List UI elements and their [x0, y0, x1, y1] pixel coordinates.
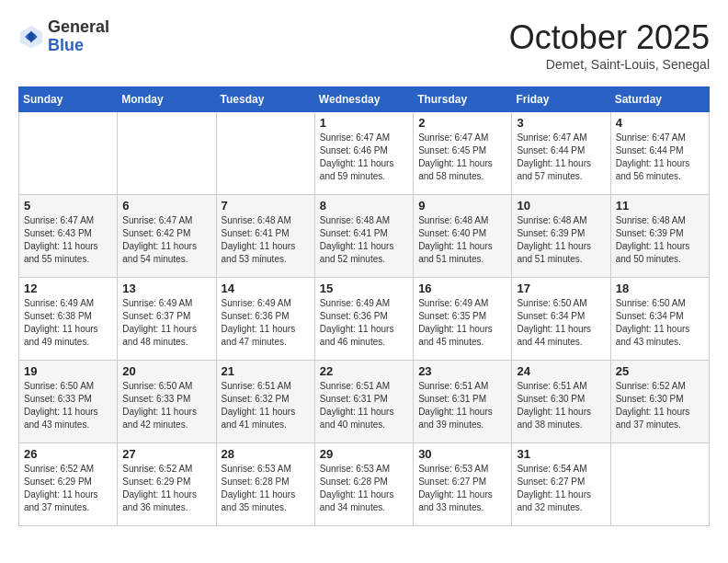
calendar-cell: 22Sunrise: 6:51 AM Sunset: 6:31 PM Dayli… — [314, 361, 413, 443]
day-info: Sunrise: 6:53 AM Sunset: 6:28 PM Dayligh… — [320, 463, 408, 514]
day-info: Sunrise: 6:48 AM Sunset: 6:41 PM Dayligh… — [222, 214, 310, 266]
calendar-cell: 1Sunrise: 6:47 AM Sunset: 6:46 PM Daylig… — [314, 112, 413, 195]
day-number: 4 — [616, 116, 704, 130]
calendar-cell — [610, 443, 709, 526]
calendar-cell: 4Sunrise: 6:47 AM Sunset: 6:44 PM Daylig… — [610, 112, 709, 195]
day-info: Sunrise: 6:49 AM Sunset: 6:38 PM Dayligh… — [24, 297, 112, 349]
day-info: Sunrise: 6:52 AM Sunset: 6:30 PM Dayligh… — [616, 380, 704, 431]
day-number: 6 — [122, 199, 210, 213]
weekday-row: SundayMondayTuesdayWednesdayThursdayFrid… — [19, 87, 710, 112]
day-info: Sunrise: 6:47 AM Sunset: 6:44 PM Dayligh… — [517, 132, 605, 183]
weekday-header: Monday — [118, 87, 216, 112]
day-info: Sunrise: 6:51 AM Sunset: 6:31 PM Dayligh… — [320, 380, 408, 431]
day-number: 10 — [517, 199, 605, 213]
day-info: Sunrise: 6:49 AM Sunset: 6:36 PM Dayligh… — [320, 297, 408, 349]
day-info: Sunrise: 6:51 AM Sunset: 6:32 PM Dayligh… — [222, 380, 310, 431]
location: Demet, Saint-Louis, Senegal — [509, 57, 710, 72]
weekday-header: Saturday — [610, 87, 709, 112]
calendar-week-row: 12Sunrise: 6:49 AM Sunset: 6:38 PM Dayli… — [19, 278, 710, 361]
calendar-cell: 30Sunrise: 6:53 AM Sunset: 6:27 PM Dayli… — [414, 443, 512, 526]
day-number: 25 — [616, 364, 704, 378]
calendar-cell: 2Sunrise: 6:47 AM Sunset: 6:45 PM Daylig… — [414, 112, 512, 195]
calendar-cell: 15Sunrise: 6:49 AM Sunset: 6:36 PM Dayli… — [314, 278, 413, 361]
weekday-header: Friday — [512, 87, 610, 112]
calendar-cell: 16Sunrise: 6:49 AM Sunset: 6:35 PM Dayli… — [414, 278, 512, 361]
day-number: 15 — [320, 282, 408, 295]
calendar-cell — [118, 112, 216, 195]
day-info: Sunrise: 6:48 AM Sunset: 6:39 PM Dayligh… — [517, 214, 605, 266]
calendar-header: SundayMondayTuesdayWednesdayThursdayFrid… — [19, 87, 710, 112]
day-number: 9 — [418, 199, 506, 213]
title-block: October 2025 Demet, Saint-Louis, Senegal — [509, 18, 710, 72]
calendar-cell: 10Sunrise: 6:48 AM Sunset: 6:39 PM Dayli… — [512, 195, 610, 278]
day-info: Sunrise: 6:50 AM Sunset: 6:33 PM Dayligh… — [122, 380, 210, 431]
calendar-week-row: 19Sunrise: 6:50 AM Sunset: 6:33 PM Dayli… — [19, 361, 710, 443]
page-header: General Blue October 2025 Demet, Saint-L… — [18, 18, 710, 72]
calendar-cell: 29Sunrise: 6:53 AM Sunset: 6:28 PM Dayli… — [314, 443, 413, 526]
day-info: Sunrise: 6:50 AM Sunset: 6:34 PM Dayligh… — [517, 297, 605, 349]
day-number: 20 — [122, 364, 210, 378]
day-number: 3 — [517, 116, 605, 130]
calendar-cell: 13Sunrise: 6:49 AM Sunset: 6:37 PM Dayli… — [118, 278, 216, 361]
day-number: 21 — [222, 364, 310, 378]
day-number: 7 — [222, 199, 310, 213]
day-info: Sunrise: 6:50 AM Sunset: 6:33 PM Dayligh… — [24, 380, 112, 431]
calendar-cell: 21Sunrise: 6:51 AM Sunset: 6:32 PM Dayli… — [216, 361, 314, 443]
calendar-cell: 9Sunrise: 6:48 AM Sunset: 6:40 PM Daylig… — [414, 195, 512, 278]
day-number: 23 — [418, 364, 506, 378]
calendar-cell: 7Sunrise: 6:48 AM Sunset: 6:41 PM Daylig… — [216, 195, 314, 278]
day-number: 1 — [320, 116, 408, 130]
calendar-cell: 5Sunrise: 6:47 AM Sunset: 6:43 PM Daylig… — [19, 195, 118, 278]
logo-icon — [18, 24, 44, 50]
day-info: Sunrise: 6:53 AM Sunset: 6:28 PM Dayligh… — [222, 463, 310, 514]
day-number: 30 — [418, 447, 506, 461]
weekday-header: Thursday — [414, 87, 512, 112]
day-info: Sunrise: 6:49 AM Sunset: 6:35 PM Dayligh… — [418, 297, 506, 349]
weekday-header: Wednesday — [314, 87, 413, 112]
day-info: Sunrise: 6:52 AM Sunset: 6:29 PM Dayligh… — [24, 463, 112, 514]
logo: General Blue — [18, 18, 109, 55]
day-number: 24 — [517, 364, 605, 378]
day-number: 28 — [222, 447, 310, 461]
calendar-week-row: 1Sunrise: 6:47 AM Sunset: 6:46 PM Daylig… — [19, 112, 710, 195]
calendar-cell: 3Sunrise: 6:47 AM Sunset: 6:44 PM Daylig… — [512, 112, 610, 195]
day-info: Sunrise: 6:49 AM Sunset: 6:37 PM Dayligh… — [122, 297, 210, 349]
day-number: 12 — [24, 282, 112, 295]
weekday-header: Tuesday — [216, 87, 314, 112]
day-info: Sunrise: 6:51 AM Sunset: 6:30 PM Dayligh… — [517, 380, 605, 431]
day-info: Sunrise: 6:50 AM Sunset: 6:34 PM Dayligh… — [616, 297, 704, 349]
calendar-cell: 18Sunrise: 6:50 AM Sunset: 6:34 PM Dayli… — [610, 278, 709, 361]
day-info: Sunrise: 6:49 AM Sunset: 6:36 PM Dayligh… — [222, 297, 310, 349]
month-title: October 2025 — [509, 18, 710, 57]
day-number: 31 — [517, 447, 605, 461]
day-number: 18 — [616, 282, 704, 295]
day-number: 8 — [320, 199, 408, 213]
day-number: 19 — [24, 364, 112, 378]
day-number: 16 — [418, 282, 506, 295]
day-info: Sunrise: 6:47 AM Sunset: 6:43 PM Dayligh… — [24, 214, 112, 266]
calendar-cell: 14Sunrise: 6:49 AM Sunset: 6:36 PM Dayli… — [216, 278, 314, 361]
day-info: Sunrise: 6:47 AM Sunset: 6:44 PM Dayligh… — [616, 132, 704, 183]
calendar-cell: 12Sunrise: 6:49 AM Sunset: 6:38 PM Dayli… — [19, 278, 118, 361]
calendar-cell: 17Sunrise: 6:50 AM Sunset: 6:34 PM Dayli… — [512, 278, 610, 361]
calendar-cell: 26Sunrise: 6:52 AM Sunset: 6:29 PM Dayli… — [19, 443, 118, 526]
day-info: Sunrise: 6:48 AM Sunset: 6:40 PM Dayligh… — [418, 214, 506, 266]
day-number: 5 — [24, 199, 112, 213]
calendar-cell: 28Sunrise: 6:53 AM Sunset: 6:28 PM Dayli… — [216, 443, 314, 526]
calendar-cell: 24Sunrise: 6:51 AM Sunset: 6:30 PM Dayli… — [512, 361, 610, 443]
day-number: 27 — [122, 447, 210, 461]
day-number: 29 — [320, 447, 408, 461]
calendar-cell: 27Sunrise: 6:52 AM Sunset: 6:29 PM Dayli… — [118, 443, 216, 526]
calendar-cell: 23Sunrise: 6:51 AM Sunset: 6:31 PM Dayli… — [414, 361, 512, 443]
day-number: 14 — [222, 282, 310, 295]
day-number: 2 — [418, 116, 506, 130]
calendar-cell: 11Sunrise: 6:48 AM Sunset: 6:39 PM Dayli… — [610, 195, 709, 278]
calendar-week-row: 5Sunrise: 6:47 AM Sunset: 6:43 PM Daylig… — [19, 195, 710, 278]
day-info: Sunrise: 6:48 AM Sunset: 6:39 PM Dayligh… — [616, 214, 704, 266]
calendar-cell: 6Sunrise: 6:47 AM Sunset: 6:42 PM Daylig… — [118, 195, 216, 278]
day-info: Sunrise: 6:52 AM Sunset: 6:29 PM Dayligh… — [122, 463, 210, 514]
day-info: Sunrise: 6:51 AM Sunset: 6:31 PM Dayligh… — [418, 380, 506, 431]
calendar-cell — [19, 112, 118, 195]
day-info: Sunrise: 6:53 AM Sunset: 6:27 PM Dayligh… — [418, 463, 506, 514]
calendar-week-row: 26Sunrise: 6:52 AM Sunset: 6:29 PM Dayli… — [19, 443, 710, 526]
